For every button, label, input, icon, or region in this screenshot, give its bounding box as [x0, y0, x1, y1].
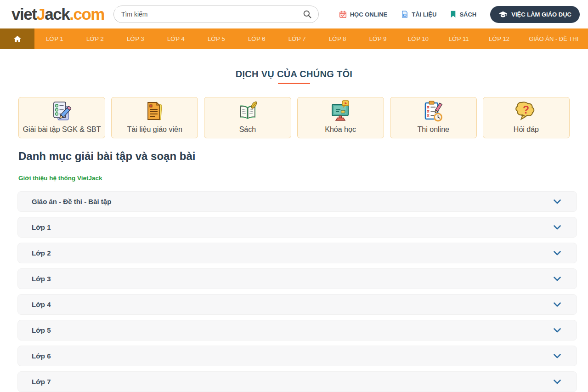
logo-part: viet — [11, 5, 36, 23]
chevron-down-icon — [554, 199, 561, 204]
chevron-down-icon — [554, 277, 561, 281]
search-icon[interactable] — [303, 10, 312, 19]
card-label: Thi online — [418, 125, 449, 134]
sach-link[interactable]: SÁCH — [450, 11, 476, 18]
top-header: vietJack.com HỌC ONLINE W TÀI LIỆU SÁCH — [0, 0, 588, 28]
accordion-label: Lớp 5 — [32, 326, 51, 334]
svg-text:W: W — [404, 14, 406, 17]
hoc-online-label: HỌC ONLINE — [350, 11, 388, 18]
chevron-down-icon — [554, 251, 561, 256]
chevron-down-icon — [554, 328, 561, 333]
word-doc-icon: W — [401, 11, 408, 18]
search-input[interactable] — [121, 11, 303, 18]
course-monitor-icon — [328, 100, 352, 124]
accordion-label: Lớp 7 — [32, 378, 51, 386]
accordion-label: Lớp 2 — [32, 249, 51, 257]
vietjack-intro-link[interactable]: Giới thiệu hệ thống VietJack — [18, 175, 102, 182]
hoc-online-link[interactable]: HỌC ONLINE — [339, 11, 388, 18]
accordion-label: Giáo án - Đề thi - Bài tập — [32, 198, 111, 205]
accordion-list: Giáo án - Đề thi - Bài tập Lớp 1 Lớp 2 L… — [17, 191, 577, 392]
logo-part: .com — [69, 5, 104, 23]
card-tai-lieu-giao-vien[interactable]: Tài liệu giáo viên — [111, 97, 198, 138]
header-links: HỌC ONLINE W TÀI LIỆU SÁCH VIỆC LÀM GIÁO… — [339, 6, 580, 23]
homework-solutions-icon — [50, 100, 74, 124]
card-label: Khóa học — [325, 125, 356, 134]
nav-item-lop-8[interactable]: LỚP 8 — [317, 28, 358, 49]
chevron-down-icon — [554, 380, 561, 384]
logo-part: J — [36, 5, 45, 23]
viec-lam-giao-duc-button[interactable]: VIỆC LÀM GIÁO DỤC — [490, 6, 580, 23]
card-label: Hỏi đáp — [514, 125, 539, 134]
tai-lieu-link[interactable]: W TÀI LIỆU — [401, 11, 436, 18]
accordion-label: Lớp 4 — [32, 301, 51, 308]
nav-item-lop-10[interactable]: LỚP 10 — [398, 28, 439, 49]
card-hoi-dap[interactable]: ? Hỏi đáp — [483, 97, 570, 138]
accordion-lop-1[interactable]: Lớp 1 — [17, 217, 577, 238]
card-thi-online[interactable]: Thi online — [390, 97, 477, 138]
nav-item-lop-6[interactable]: LỚP 6 — [237, 28, 277, 49]
nav-item-lop-2[interactable]: LỚP 2 — [75, 28, 115, 49]
catalog-heading: Danh mục giải bài tập và soạn bài — [18, 150, 570, 163]
services-section-header: DỊCH VỤ CỦA CHÚNG TÔI — [0, 69, 588, 84]
accordion-lop-2[interactable]: Lớp 2 — [17, 243, 577, 263]
card-label: Giải bài tập SGK & SBT — [23, 125, 101, 134]
nav-item-lop-5[interactable]: LỚP 5 — [196, 28, 237, 49]
accordion-lop-7[interactable]: Lớp 7 — [17, 371, 577, 392]
nav-item-lop-3[interactable]: LỚP 3 — [115, 28, 156, 49]
accordion-label: Lớp 6 — [32, 352, 51, 360]
graduation-cap-icon — [498, 11, 508, 18]
svg-text:?: ? — [523, 104, 529, 116]
chevron-down-icon — [554, 302, 561, 307]
services-title: DỊCH VỤ CỦA CHÚNG TÔI — [236, 69, 352, 80]
nav-item-giao-an-de-thi[interactable]: GIÁO ÁN - ĐỀ THI — [519, 28, 588, 49]
chevron-down-icon — [554, 354, 561, 358]
book-quill-icon — [236, 100, 260, 124]
nav-home-button[interactable] — [0, 28, 34, 49]
nav-item-lop-9[interactable]: LỚP 9 — [358, 28, 398, 49]
logo-part: ack — [45, 5, 69, 23]
search-box[interactable] — [113, 6, 319, 23]
service-cards: Giải bài tập SGK & SBT Tài liệu giáo viê… — [18, 97, 570, 138]
accordion-lop-6[interactable]: Lớp 6 — [17, 346, 577, 366]
nav-items: LỚP 1 LỚP 2 LỚP 3 LỚP 4 LỚP 5 LỚP 6 LỚP … — [34, 28, 588, 49]
tai-lieu-label: TÀI LIỆU — [412, 11, 436, 18]
accordion-label: Lớp 3 — [32, 275, 51, 283]
card-label: Sách — [239, 125, 256, 134]
chevron-down-icon — [554, 225, 561, 230]
bookmark-icon — [450, 11, 456, 18]
accordion-lop-3[interactable]: Lớp 3 — [17, 268, 577, 289]
accordion-label: Lớp 1 — [32, 223, 51, 231]
accordion-lop-4[interactable]: Lớp 4 — [17, 294, 577, 315]
accordion-lop-5[interactable]: Lớp 5 — [17, 320, 577, 341]
calendar-check-icon — [339, 11, 347, 18]
nav-item-lop-1[interactable]: LỚP 1 — [34, 28, 75, 49]
nav-item-lop-7[interactable]: LỚP 7 — [277, 28, 317, 49]
question-bubble-icon: ? — [514, 100, 538, 124]
main-navbar: LỚP 1 LỚP 2 LỚP 3 LỚP 4 LỚP 5 LỚP 6 LỚP … — [0, 28, 588, 49]
vietjack-logo[interactable]: vietJack.com — [11, 5, 104, 23]
accordion-giao-an-de-thi-bai-tap[interactable]: Giáo án - Đề thi - Bài tập — [17, 191, 577, 212]
card-sach[interactable]: Sách — [204, 97, 291, 138]
home-icon — [13, 35, 22, 43]
teacher-documents-icon — [143, 100, 167, 124]
online-exam-icon — [421, 100, 445, 124]
job-button-label: VIỆC LÀM GIÁO DỤC — [511, 11, 571, 18]
card-label: Tài liệu giáo viên — [127, 125, 182, 134]
card-giai-bai-tap[interactable]: Giải bài tập SGK & SBT — [18, 97, 105, 138]
nav-item-lop-11[interactable]: LỚP 11 — [439, 28, 479, 49]
nav-item-lop-4[interactable]: LỚP 4 — [156, 28, 196, 49]
sach-label: SÁCH — [459, 11, 476, 18]
nav-item-lop-12[interactable]: LỚP 12 — [479, 28, 519, 49]
title-underline — [278, 83, 310, 84]
card-khoa-hoc[interactable]: Khóa học — [297, 97, 384, 138]
